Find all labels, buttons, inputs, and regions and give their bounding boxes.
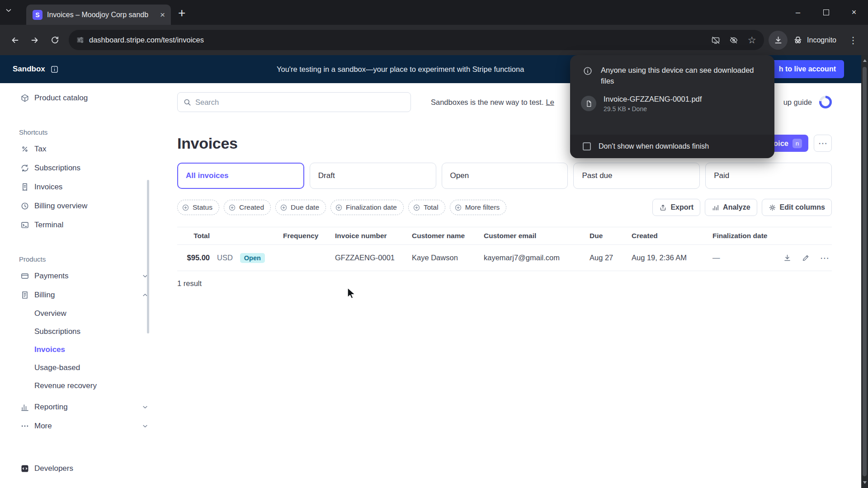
- create-invoice-label: oice: [774, 139, 788, 148]
- window-minimize-button[interactable]: –: [784, 0, 812, 25]
- address-bar[interactable]: dashboard.stripe.com/test/invoices ☆: [69, 30, 764, 50]
- downloads-dismiss-row[interactable]: Don't show when downloads finish: [570, 135, 774, 158]
- edit-pencil-icon[interactable]: [802, 253, 810, 262]
- credit-card-icon: [20, 272, 29, 281]
- search-input[interactable]: [195, 98, 405, 107]
- bookmark-button[interactable]: ☆: [743, 32, 760, 49]
- download-item[interactable]: Invoice-GFZZAENG-0001.pdf 29.5 KB • Done: [570, 87, 774, 113]
- scrollbar-thumb[interactable]: [863, 67, 867, 476]
- window-maximize-button[interactable]: [812, 0, 840, 25]
- ellipsis-icon: ⋯: [818, 139, 827, 148]
- sidebar-item-tax[interactable]: Tax: [0, 140, 157, 159]
- recurring-icon: [20, 164, 29, 173]
- filter-total[interactable]: Total: [408, 200, 445, 215]
- sidebar-item-label: Product catalog: [34, 94, 88, 103]
- table-row[interactable]: $95.00 USD Open GFZZAENG-0001 Kaye Dawso…: [177, 245, 832, 271]
- info-icon: [583, 66, 593, 76]
- new-tab-button[interactable]: +: [178, 7, 185, 19]
- filter-finalization-date[interactable]: Finalization date: [330, 200, 404, 215]
- edit-columns-button[interactable]: Edit columns: [762, 199, 832, 216]
- col-customer-email: Customer email: [484, 232, 590, 240]
- dismiss-checkbox[interactable]: [583, 142, 591, 150]
- cell-total: $95.00: [177, 253, 210, 262]
- tab-draft[interactable]: Draft: [310, 163, 436, 189]
- sidebar-subitem-invoices-selected[interactable]: Invoices: [0, 341, 157, 359]
- setup-progress-ring: [819, 96, 832, 108]
- filter-created[interactable]: Created: [224, 200, 271, 215]
- sidebar-subitem-usage-based[interactable]: Usage-based: [0, 359, 157, 377]
- incognito-badge: Incognito: [788, 35, 843, 45]
- cell-meta: USD Open: [210, 253, 283, 263]
- sidebar-item-developers[interactable]: Developers: [0, 459, 157, 478]
- sidebar-item-billing[interactable]: Billing: [0, 286, 157, 305]
- browser-menu-button[interactable]: ⋮: [844, 31, 863, 50]
- filter-due-date[interactable]: Due date: [275, 200, 326, 215]
- sidebar-item-invoices[interactable]: Invoices: [0, 178, 157, 197]
- notice-link[interactable]: Le: [546, 98, 554, 106]
- sidebar-item-label: More: [34, 422, 52, 431]
- forward-button[interactable]: [25, 31, 44, 50]
- shortcut-key-badge: n: [793, 139, 802, 148]
- sidebar-subitem-subscriptions[interactable]: Subscriptions: [0, 323, 157, 341]
- filter-status[interactable]: Status: [177, 200, 219, 215]
- sidebar-item-customers[interactable]: Customers: [0, 83, 157, 89]
- analyze-button[interactable]: Analyze: [705, 199, 757, 216]
- export-button[interactable]: Export: [652, 199, 700, 216]
- search-icon: [183, 98, 191, 106]
- setup-guide-label: up guide: [783, 98, 812, 107]
- back-button[interactable]: [5, 31, 24, 50]
- tab-open[interactable]: Open: [442, 163, 568, 189]
- plus-circle-icon: [280, 204, 288, 211]
- row-download-icon[interactable]: [783, 253, 792, 262]
- reload-icon: [50, 35, 60, 45]
- sidebar-subitem-revenue-recovery[interactable]: Revenue recovery: [0, 377, 157, 395]
- row-more-icon[interactable]: ⋯: [820, 253, 829, 263]
- switch-to-live-button[interactable]: h to live account: [771, 60, 844, 78]
- sidebar-item-payments[interactable]: Payments: [0, 267, 157, 286]
- tab-close-icon[interactable]: ×: [158, 10, 167, 19]
- browser-toolbar: dashboard.stripe.com/test/invoices ☆ Inc…: [0, 25, 868, 55]
- downloads-button[interactable]: [769, 31, 788, 50]
- sidebar-item-subscriptions[interactable]: Subscriptions: [0, 159, 157, 178]
- page-scrollbar[interactable]: [861, 55, 868, 488]
- sidebar-subitem-overview[interactable]: Overview: [0, 305, 157, 323]
- tab-all-invoices[interactable]: All invoices: [177, 163, 304, 189]
- cell-invoice-number: GFZZAENG-0001: [335, 253, 412, 262]
- cell-finalization-date: —: [712, 253, 775, 262]
- sidebar-item-billing-overview[interactable]: Billing overview: [0, 197, 157, 216]
- tab-past-due[interactable]: Past due: [573, 163, 700, 189]
- window-close-button[interactable]: ×: [840, 0, 868, 25]
- setup-guide[interactable]: up guide: [783, 96, 832, 108]
- sandboxes-notice: Sandboxes is the new way to test.Le: [431, 98, 554, 107]
- scroll-up-arrow-icon[interactable]: [863, 59, 867, 62]
- sidebar-section-shortcuts: Shortcuts: [0, 128, 157, 136]
- url-text[interactable]: dashboard.stripe.com/test/invoices: [89, 36, 703, 44]
- star-icon: ☆: [748, 35, 756, 45]
- site-settings-icon[interactable]: [76, 36, 85, 44]
- analyze-label: Analyze: [723, 203, 750, 211]
- download-file-name[interactable]: Invoice-GFZZAENG-0001.pdf: [604, 95, 702, 103]
- sidebar-scrollbar-thumb[interactable]: [147, 180, 149, 333]
- page-more-button[interactable]: ⋯: [814, 135, 832, 152]
- sidebar-item-reporting[interactable]: Reporting: [0, 398, 157, 417]
- receipt-icon: [20, 183, 29, 192]
- reload-button[interactable]: [45, 31, 64, 50]
- col-finalization-date: Finalization date: [712, 232, 775, 240]
- tab-list-chevron-icon[interactable]: [5, 6, 13, 14]
- export-icon: [659, 204, 667, 211]
- browser-tabstrip: S Invoices – Moodjoy Corp sandb × + – ×: [0, 0, 868, 25]
- screen-capture-blocked-button[interactable]: [707, 32, 724, 49]
- edit-columns-label: Edit columns: [780, 203, 825, 211]
- cell-customer-name: Kaye Dawson: [412, 253, 484, 262]
- info-icon[interactable]: [50, 65, 59, 74]
- sidebar-item-more[interactable]: More: [0, 417, 157, 436]
- search-box[interactable]: [177, 92, 411, 112]
- scroll-down-arrow-icon[interactable]: [863, 481, 867, 484]
- cookies-blocked-button[interactable]: [725, 32, 742, 49]
- filter-more-filters[interactable]: More filters: [450, 200, 507, 215]
- sidebar-item-terminal[interactable]: Terminal: [0, 216, 157, 235]
- sidebar-item-label: Customers: [34, 83, 71, 84]
- browser-tab[interactable]: S Invoices – Moodjoy Corp sandb ×: [26, 5, 171, 25]
- tab-paid[interactable]: Paid: [705, 163, 832, 189]
- sidebar-item-product-catalog[interactable]: Product catalog: [0, 89, 157, 108]
